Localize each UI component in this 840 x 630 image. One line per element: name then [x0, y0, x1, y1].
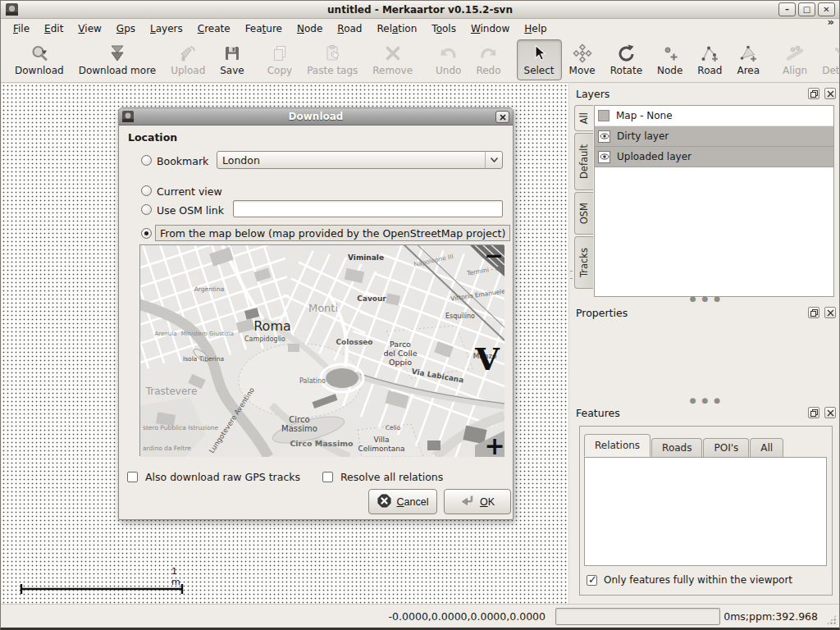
visibility-eye-icon[interactable]	[598, 130, 610, 143]
radio-from-map-label: From the map below (map provided by the …	[155, 225, 510, 241]
layer-swatch[interactable]	[598, 110, 609, 121]
radio-from-map[interactable]	[141, 228, 152, 239]
chevron-down-icon	[485, 152, 502, 168]
radio-bookmark[interactable]	[141, 155, 152, 166]
layer-label: Dirty layer	[617, 130, 669, 142]
map-label-circo-massimo: Circo Massimo	[290, 439, 354, 448]
toolbar-button-copy: Copy	[260, 39, 299, 80]
menu-edit[interactable]: Edit	[37, 21, 71, 37]
map-label-esquilino: Esquilino	[445, 313, 475, 320]
layers-list: Map - NoneDirty layerUploaded layer	[594, 105, 834, 297]
features-tab-relations[interactable]: Relations	[584, 434, 651, 457]
map-label-argentina: Argentina	[194, 285, 225, 293]
toolbar-button-move[interactable]: Move	[562, 39, 603, 80]
toolbar-button-label: Upload	[171, 65, 205, 76]
gps-tracks-checkbox[interactable]	[127, 472, 138, 482]
properties-features-splitter[interactable]: ● ● ●	[573, 397, 838, 404]
remove-icon	[382, 43, 404, 64]
map-label-circo: Circo	[289, 415, 309, 424]
toolbar-button-save[interactable]: Save	[212, 39, 251, 80]
menu-relation[interactable]: Relation	[369, 21, 424, 37]
toolbar-button-rotate[interactable]: Rotate	[603, 39, 650, 80]
toolbar-button-label: Area	[737, 65, 760, 76]
menu-layers[interactable]: Layers	[143, 21, 190, 37]
toolbar-button-node[interactable]: Node	[650, 39, 690, 80]
select-icon	[528, 43, 550, 64]
toolbar-button-detach: Detach	[815, 39, 840, 80]
ok-button[interactable]: OK	[444, 489, 511, 514]
features-tab-poi-s[interactable]: POI's	[703, 438, 749, 457]
menu-node[interactable]: Node	[290, 21, 330, 37]
dialog-titlebar[interactable]: Download	[119, 108, 513, 126]
features-panel-title: Features	[576, 407, 803, 419]
visibility-eye-icon[interactable]	[598, 151, 610, 163]
menu-view[interactable]: View	[71, 21, 108, 37]
menu-help[interactable]: Help	[517, 21, 554, 37]
toolbar-button-select[interactable]: Select	[517, 39, 562, 80]
radio-osm-link[interactable]	[141, 204, 152, 215]
cancel-button[interactable]: Cancel	[368, 489, 437, 514]
features-close-button[interactable]	[824, 407, 836, 418]
features-float-button[interactable]	[808, 407, 819, 418]
features-list[interactable]	[584, 457, 827, 566]
menu-tools[interactable]: Tools	[424, 21, 463, 37]
layer-row-uploaded-layer[interactable]: Uploaded layer	[595, 147, 833, 167]
dialog-close-button[interactable]	[495, 111, 509, 123]
layers-tab-label: Tracks	[578, 248, 590, 277]
properties-float-button[interactable]	[808, 307, 819, 318]
window-title: untitled - Merkaartor v0.15.2-svn	[1, 4, 839, 16]
layers-tab-default[interactable]: Default	[574, 133, 593, 190]
resize-grip[interactable]	[826, 614, 837, 625]
layers-float-button[interactable]	[808, 88, 819, 99]
gps-tracks-checkbox-label: Also download raw GPS tracks	[145, 471, 300, 483]
properties-close-button[interactable]	[824, 307, 836, 318]
toolbar-button-paste-tags: Paste tags	[299, 39, 365, 80]
toolbar-button-upload: Upload	[163, 39, 212, 80]
area-icon	[737, 43, 759, 64]
layers-close-button[interactable]	[824, 88, 836, 99]
app-window: untitled - Merkaartor v0.15.2-svn – □ ✕ …	[0, 0, 840, 630]
toolbar-button-download-more[interactable]: Download more	[71, 39, 164, 80]
toolbar-button-label: Move	[569, 65, 596, 76]
dialog-title: Download	[119, 111, 513, 122]
resolve-relations-checkbox[interactable]	[322, 472, 333, 482]
features-tab-all[interactable]: All	[750, 438, 783, 457]
toolbar-button-remove: Remove	[365, 39, 420, 80]
toolbar-overflow-chevron[interactable]: »	[828, 16, 834, 28]
toolbar-button-area[interactable]: Area	[729, 39, 767, 80]
menu-feature[interactable]: Feature	[238, 21, 290, 37]
features-tab-roads[interactable]: Roads	[651, 438, 702, 457]
layers-tab-all[interactable]: All	[574, 105, 593, 131]
toolbar-button-download[interactable]: Download	[7, 39, 71, 80]
layer-label: Map - None	[616, 110, 673, 121]
map-zoom-out-control: −	[484, 245, 503, 269]
layers-tab-tracks[interactable]: Tracks	[574, 236, 593, 289]
maximize-button[interactable]: □	[798, 2, 815, 16]
bookmark-combo[interactable]: London	[217, 151, 503, 169]
menu-file[interactable]: File	[6, 21, 37, 37]
close-button[interactable]: ✕	[818, 2, 835, 16]
map-zoom-in-control: +	[484, 431, 504, 457]
paste-tags-icon	[322, 43, 343, 64]
features-frame: RelationsRoadsPOI'sAll Only features ful…	[579, 426, 833, 596]
radio-current-view[interactable]	[141, 185, 152, 196]
layer-row-dirty-layer[interactable]: Dirty layer	[595, 126, 833, 147]
minimize-button[interactable]: –	[778, 2, 796, 16]
layer-row-map-none[interactable]: Map - None	[595, 106, 833, 126]
layer-label: Uploaded layer	[617, 151, 692, 162]
osm-link-input[interactable]	[233, 200, 503, 217]
toolbar-button-road[interactable]: Road	[690, 39, 729, 80]
viewport-checkbox[interactable]	[587, 575, 597, 586]
layers-properties-splitter[interactable]: ● ● ●	[573, 295, 838, 302]
dialog-map[interactable]: ViminaleNapoleone IIITermini - LaArgenti…	[139, 244, 504, 456]
layers-tab-osm[interactable]: OSM	[574, 192, 593, 235]
menu-gps[interactable]: Gps	[109, 21, 143, 37]
menu-road[interactable]: Road	[330, 21, 369, 37]
toolbar-button-label: Undo	[436, 65, 461, 76]
toolbar-button-label: Redo	[476, 65, 500, 76]
menu-create[interactable]: Create	[190, 21, 238, 37]
map-label-ardino-da-feltre: ardino da Feltre	[143, 445, 191, 452]
features-panel-header: Features	[576, 405, 836, 420]
map-label-ministero-giustizia: Ministero Giustizia	[181, 331, 234, 337]
menu-window[interactable]: Window	[463, 21, 517, 37]
